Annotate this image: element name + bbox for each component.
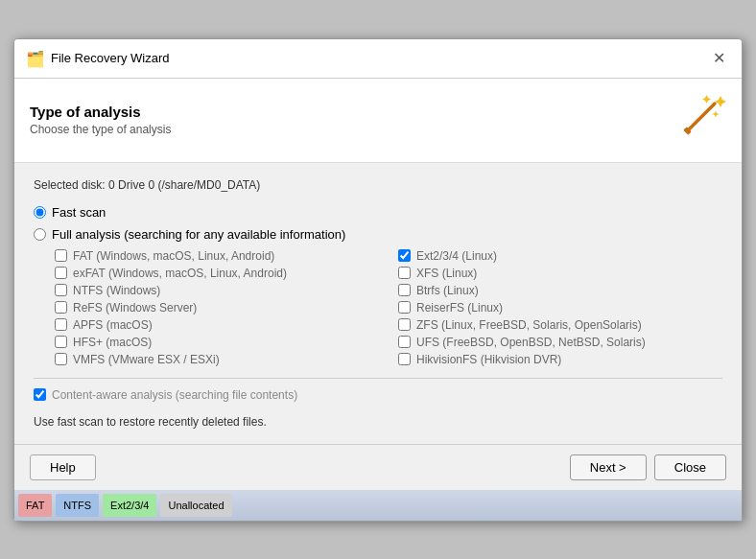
taskbar-strip: FAT NTFS Ext2/3/4 Unallocated [14,490,742,521]
app-icon: 🗂️ [26,50,43,67]
fs-ufs-item: UFS (FreeBSD, OpenBSD, NetBSD, Solaris) [398,336,722,349]
taskbar-unalloc-label: Unallocated [168,500,224,511]
fs-ntfs-item: NTFS (Windows) [55,284,379,297]
fs-ufs-label: UFS (FreeBSD, OpenBSD, NetBSD, Solaris) [416,336,646,349]
fs-hikvision-item: HikvisionFS (Hikvision DVR) [398,353,722,366]
fs-btrfs-checkbox[interactable] [398,284,411,296]
dialog-title: File Recovery Wizard [51,51,170,65]
taskbar-unalloc: Unallocated [160,494,231,517]
help-button[interactable]: Help [30,454,96,480]
fs-btrfs-label: Btrfs (Linux) [416,284,479,297]
svg-marker-4 [713,110,720,117]
taskbar-ntfs: NTFS [56,494,99,517]
fs-hikvision-label: HikvisionFS (Hikvision DVR) [416,353,561,366]
taskbar-ntfs-label: NTFS [63,500,91,511]
fs-refs-label: ReFS (Windows Server) [73,301,197,314]
taskbar-fat-label: FAT [26,500,44,511]
fs-exfat-checkbox[interactable] [55,267,67,279]
fs-apfs-item: APFS (macOS) [55,318,379,332]
content-aware-label[interactable]: Content-aware analysis (searching file c… [52,388,297,402]
next-button[interactable]: Next > [570,454,647,480]
fs-xfs-item: XFS (Linux) [398,267,722,280]
fast-scan-label[interactable]: Fast scan [52,205,106,220]
fs-refs-checkbox[interactable] [55,301,67,314]
fs-btrfs-item: Btrfs (Linux) [398,284,722,297]
description-text: Use fast scan to restore recently delete… [34,415,722,429]
file-recovery-wizard-dialog: 🗂️ File Recovery Wizard ✕ Type of analys… [13,38,743,522]
divider [34,378,722,379]
fast-scan-radio[interactable] [34,206,46,219]
header-text: Type of analysis Choose the type of anal… [30,104,171,136]
fs-vmfs-label: VMFS (VMware ESX / ESXi) [73,353,220,366]
fs-exfat-item: exFAT (Windows, macOS, Linux, Android) [55,267,379,280]
svg-marker-3 [702,95,711,104]
fs-hfsplus-label: HFS+ (macOS) [73,336,152,349]
close-window-button[interactable]: ✕ [707,47,730,70]
fs-ntfs-checkbox[interactable] [55,284,67,296]
fs-hfsplus-checkbox[interactable] [55,336,67,348]
fs-hikvision-checkbox[interactable] [398,353,411,365]
fs-apfs-checkbox[interactable] [55,318,67,331]
fs-zfs-label: ZFS (Linux, FreeBSD, Solaris, OpenSolari… [416,318,642,332]
fs-zfs-checkbox[interactable] [398,318,411,331]
title-bar-left: 🗂️ File Recovery Wizard [26,50,170,67]
fs-apfs-label: APFS (macOS) [73,318,153,332]
fs-xfs-label: XFS (Linux) [416,267,477,280]
wizard-icon [678,92,726,149]
fs-ext234-item: Ext2/3/4 (Linux) [398,249,722,263]
fs-ext234-checkbox[interactable] [398,249,411,262]
taskbar-fat: FAT [18,494,52,517]
content-aware-checkbox[interactable] [34,388,46,401]
fs-fat-item: FAT (Windows, macOS, Linux, Android) [55,249,379,263]
fs-reiserfs-item: ReiserFS (Linux) [398,301,722,314]
footer: Help Next > Close [14,444,742,490]
fs-xfs-checkbox[interactable] [398,267,411,279]
header-section: Type of analysis Choose the type of anal… [14,79,742,163]
fs-vmfs-item: VMFS (VMware ESX / ESXi) [55,353,379,366]
fast-scan-option[interactable]: Fast scan [34,205,722,220]
fs-fat-checkbox[interactable] [55,249,67,262]
fs-reiserfs-label: ReiserFS (Linux) [416,301,503,314]
fs-zfs-item: ZFS (Linux, FreeBSD, Solaris, OpenSolari… [398,318,722,332]
svg-marker-2 [715,96,726,107]
close-button[interactable]: Close [654,454,726,480]
content-aware-option: Content-aware analysis (searching file c… [34,388,722,402]
full-analysis-label[interactable]: Full analysis (searching for any availab… [52,227,345,242]
fs-reiserfs-checkbox[interactable] [398,301,411,314]
full-analysis-radio[interactable] [34,228,46,241]
footer-left: Help [30,454,96,480]
svg-line-0 [688,104,715,130]
fs-fat-label: FAT (Windows, macOS, Linux, Android) [73,249,274,263]
content-area: Selected disk: 0 Drive 0 (/share/MD0_DAT… [14,163,742,444]
fs-ufs-checkbox[interactable] [398,336,411,348]
fs-refs-item: ReFS (Windows Server) [55,301,379,314]
filesystem-grid: FAT (Windows, macOS, Linux, Android) Ext… [55,249,722,366]
fs-vmfs-checkbox[interactable] [55,353,67,365]
header-subtitle: Choose the type of analysis [30,123,171,136]
fs-hfsplus-item: HFS+ (macOS) [55,336,379,349]
selected-disk-label: Selected disk: 0 Drive 0 (/share/MD0_DAT… [34,178,722,192]
fs-ext234-label: Ext2/3/4 (Linux) [416,249,497,263]
taskbar-ext: Ext2/3/4 [103,494,156,517]
fs-ntfs-label: NTFS (Windows) [73,284,160,297]
footer-right: Next > Close [570,454,726,480]
fs-exfat-label: exFAT (Windows, macOS, Linux, Android) [73,267,287,280]
full-analysis-option[interactable]: Full analysis (searching for any availab… [34,227,722,242]
taskbar-ext-label: Ext2/3/4 [110,500,149,511]
header-title: Type of analysis [30,104,171,120]
title-bar: 🗂️ File Recovery Wizard ✕ [14,39,742,79]
